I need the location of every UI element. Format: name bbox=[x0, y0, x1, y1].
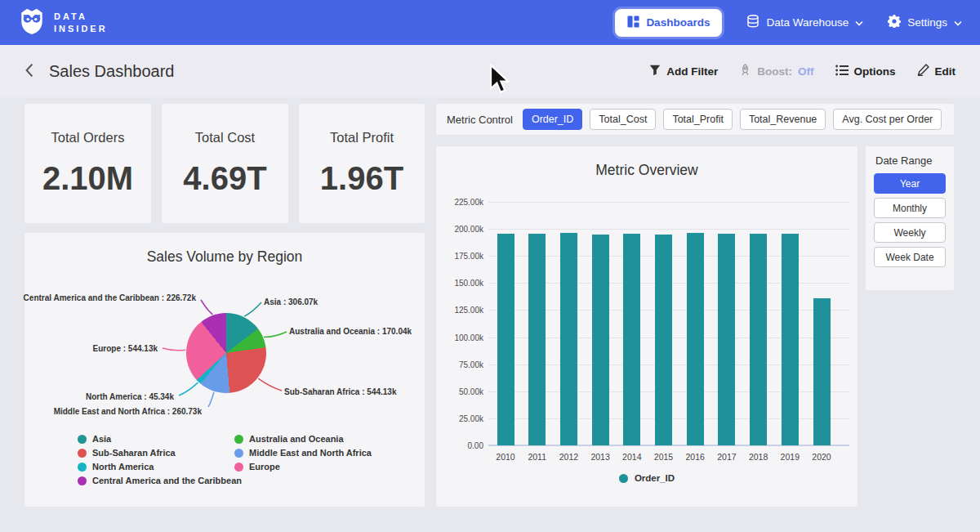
kpi-card-total-profit: Total Profit 1.96T bbox=[299, 104, 425, 223]
legend-item-sub-saharan-africa[interactable]: Sub-Saharan Africa bbox=[78, 448, 242, 458]
bar-2018[interactable] bbox=[750, 234, 767, 445]
legend-item-australia-and-oceania[interactable]: Australia and Oceania bbox=[234, 434, 372, 444]
bar-2019[interactable] bbox=[782, 234, 799, 445]
bar-2010[interactable] bbox=[497, 234, 514, 445]
x-tick-label: 2015 bbox=[646, 452, 682, 462]
kpi-card-total-cost: Total Cost 4.69T bbox=[162, 104, 288, 223]
nav-actions: Dashboards Data Warehouse bbox=[615, 9, 962, 37]
dashboards-button[interactable]: Dashboards bbox=[615, 9, 722, 37]
header-toolbar: Add Filter Boost: Off bbox=[649, 64, 956, 78]
sales-dashboard-screen: DATA INSIDER Dashboards bbox=[0, 0, 980, 532]
chevron-down-icon bbox=[954, 16, 962, 29]
options-label: Options bbox=[854, 65, 896, 78]
gridline bbox=[488, 202, 849, 203]
page-header: Sales Dashboard Add Filter Boost: Off bbox=[0, 45, 980, 97]
legend-dot bbox=[78, 476, 87, 485]
bar-2013[interactable] bbox=[592, 235, 609, 446]
metric-option-total-profit[interactable]: Total_Profit bbox=[663, 109, 733, 130]
settings-label: Settings bbox=[907, 16, 947, 29]
pie-legend-column: Australia and OceaniaMiddle East and Nor… bbox=[234, 434, 372, 472]
bar-chart-legend[interactable]: Order_ID bbox=[436, 473, 858, 483]
bar-2012[interactable] bbox=[560, 233, 577, 445]
legend-dot bbox=[234, 435, 243, 444]
x-tick-label: 2018 bbox=[741, 452, 777, 462]
metric-option-total-revenue[interactable]: Total_Revenue bbox=[740, 109, 826, 130]
legend-item-north-america[interactable]: North America bbox=[78, 462, 242, 472]
pie-chart-card: Sales Volume by Region Asia : 306.07kAus… bbox=[24, 233, 425, 507]
bar-2015[interactable] bbox=[655, 235, 672, 446]
pie-chart[interactable] bbox=[186, 313, 266, 393]
date-range-option-monthly[interactable]: Monthly bbox=[874, 198, 946, 218]
kpi-label: Total Cost bbox=[195, 130, 255, 145]
pencil-icon bbox=[917, 64, 929, 78]
x-tick-label: 2014 bbox=[614, 452, 650, 462]
add-filter-button[interactable]: Add Filter bbox=[649, 65, 718, 78]
x-tick-label: 2012 bbox=[550, 452, 586, 462]
owl-logo-icon bbox=[18, 7, 46, 39]
legend-item-asia[interactable]: Asia bbox=[78, 434, 242, 444]
pie-slice-label: Middle East and North Africa : 260.73k bbox=[54, 407, 202, 416]
date-range-buttons: YearMonthlyWeeklyWeek Date bbox=[874, 173, 946, 267]
y-tick-label: 150.00k bbox=[439, 279, 483, 288]
back-button[interactable] bbox=[24, 63, 34, 80]
boost-label: Boost: bbox=[757, 65, 792, 78]
kpi-card-total-orders: Total Orders 2.10M bbox=[24, 104, 151, 223]
x-tick-label: 2013 bbox=[582, 452, 618, 462]
legend-label: Middle East and North Africa bbox=[249, 448, 372, 458]
chevron-down-icon bbox=[855, 16, 863, 29]
legend-item-central-america-and-the-caribbean[interactable]: Central America and the Caribbean bbox=[78, 476, 242, 485]
list-icon bbox=[835, 65, 849, 78]
bar-2020[interactable] bbox=[813, 298, 831, 445]
date-range-option-year[interactable]: Year bbox=[874, 173, 946, 194]
data-warehouse-menu[interactable]: Data Warehouse bbox=[746, 15, 863, 30]
brand-logo[interactable]: DATA INSIDER bbox=[18, 7, 108, 39]
page-title: Sales Dashboard bbox=[49, 62, 174, 81]
legend-dot bbox=[619, 474, 628, 483]
edit-label: Edit bbox=[935, 65, 956, 78]
bar-2014[interactable] bbox=[623, 234, 640, 445]
legend-item-europe[interactable]: Europe bbox=[234, 462, 372, 472]
metric-buttons: Order_IDTotal_CostTotal_ProfitTotal_Reve… bbox=[523, 109, 942, 130]
pie-chart-area: Asia : 306.07kAustralia and Oceania : 17… bbox=[24, 233, 425, 507]
pie-legend-column: AsiaSub-Saharan AfricaNorth AmericaCentr… bbox=[78, 434, 242, 485]
bar-chart-plot: 0.0025.00k50.00k75.00k100.00k125.00k150.… bbox=[488, 202, 849, 445]
x-tick-label: 2010 bbox=[488, 452, 523, 462]
bar-chart-card: Metric Overview 0.0025.00k50.00k75.00k10… bbox=[436, 146, 858, 507]
legend-dot bbox=[78, 435, 87, 444]
kpi-value: 4.69T bbox=[183, 160, 266, 197]
data-warehouse-label: Data Warehouse bbox=[766, 16, 849, 29]
pie-slice-label: Europe : 544.13k bbox=[93, 344, 158, 353]
boost-toggle[interactable]: Boost: Off bbox=[739, 64, 813, 78]
legend-item-middle-east-and-north-africa[interactable]: Middle East and North Africa bbox=[234, 448, 372, 458]
x-tick-label: 2016 bbox=[677, 452, 713, 462]
legend-label: Europe bbox=[249, 462, 280, 472]
metric-option-order-id[interactable]: Order_ID bbox=[523, 109, 582, 130]
pie-slice-label: North America : 45.34k bbox=[86, 392, 174, 401]
metric-control-label: Metric Control bbox=[447, 114, 513, 126]
metric-option-total-cost[interactable]: Total_Cost bbox=[590, 109, 656, 130]
edit-button[interactable]: Edit bbox=[917, 64, 956, 78]
options-button[interactable]: Options bbox=[835, 65, 896, 78]
brand-text: DATA INSIDER bbox=[54, 11, 108, 35]
x-tick-label: 2011 bbox=[519, 452, 555, 462]
bar-chart-title: Metric Overview bbox=[436, 146, 858, 179]
add-filter-label: Add Filter bbox=[666, 65, 718, 78]
y-tick-label: 100.00k bbox=[439, 333, 483, 342]
bar-2011[interactable] bbox=[528, 234, 546, 445]
x-tick-label: 2019 bbox=[772, 452, 808, 462]
y-tick-label: 75.00k bbox=[439, 360, 483, 369]
bar-2017[interactable] bbox=[718, 234, 735, 445]
date-range-option-weekly[interactable]: Weekly bbox=[874, 222, 946, 243]
bar-2016[interactable] bbox=[687, 233, 704, 445]
y-tick-label: 25.00k bbox=[439, 414, 483, 423]
database-icon bbox=[746, 15, 760, 30]
x-tick-label: 2017 bbox=[709, 452, 745, 462]
y-tick-label: 0.00 bbox=[439, 441, 483, 450]
metric-control-bar: Metric Control Order_IDTotal_CostTotal_P… bbox=[436, 104, 954, 135]
legend-label: Asia bbox=[92, 434, 111, 444]
settings-menu[interactable]: Settings bbox=[888, 15, 962, 30]
date-range-option-week-date[interactable]: Week Date bbox=[874, 247, 946, 267]
y-tick-label: 50.00k bbox=[439, 387, 483, 396]
legend-dot bbox=[78, 449, 87, 458]
metric-option-avg-cost-per-order[interactable]: Avg. Cost per Order bbox=[833, 109, 942, 130]
